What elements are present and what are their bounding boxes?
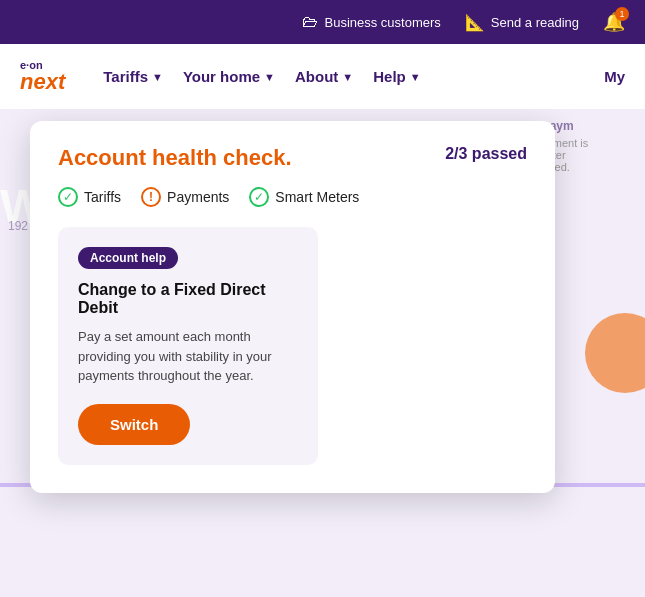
check-smart-meters: ✓ Smart Meters bbox=[249, 187, 359, 207]
nav-my[interactable]: My bbox=[604, 68, 625, 85]
meter-icon: 📐 bbox=[465, 13, 485, 32]
nav-your-home[interactable]: Your home ▼ bbox=[177, 64, 281, 89]
chevron-down-icon: ▼ bbox=[264, 71, 275, 83]
check-items-row: ✓ Tariffs ! Payments ✓ Smart Meters bbox=[58, 187, 527, 207]
nav-about[interactable]: About ▼ bbox=[289, 64, 359, 89]
nav-help[interactable]: Help ▼ bbox=[367, 64, 426, 89]
chevron-down-icon: ▼ bbox=[410, 71, 421, 83]
top-bar: 🗁 Business customers 📐 Send a reading 🔔 … bbox=[0, 0, 645, 44]
business-customers-label: Business customers bbox=[324, 15, 440, 30]
modal-title: Account health check. bbox=[58, 145, 292, 171]
account-health-check-modal: Account health check. 2/3 passed ✓ Tarif… bbox=[30, 121, 555, 493]
notification-bell[interactable]: 🔔 1 bbox=[603, 11, 625, 33]
card-description: Pay a set amount each month providing yo… bbox=[78, 327, 298, 386]
send-reading-label: Send a reading bbox=[491, 15, 579, 30]
check-payments: ! Payments bbox=[141, 187, 229, 207]
check-tariffs-label: Tariffs bbox=[84, 189, 121, 205]
switch-button[interactable]: Switch bbox=[78, 404, 190, 445]
check-payments-label: Payments bbox=[167, 189, 229, 205]
modal-header: Account health check. 2/3 passed bbox=[58, 145, 527, 171]
check-pass-icon: ✓ bbox=[58, 187, 78, 207]
check-warning-icon: ! bbox=[141, 187, 161, 207]
logo-next: next bbox=[20, 71, 65, 93]
eon-next-logo[interactable]: e·on next bbox=[20, 60, 65, 93]
check-pass-icon-2: ✓ bbox=[249, 187, 269, 207]
notification-count: 1 bbox=[615, 7, 629, 21]
nav-tariffs[interactable]: Tariffs ▼ bbox=[97, 64, 169, 89]
suggestion-card: Account help Change to a Fixed Direct De… bbox=[58, 227, 318, 465]
check-tariffs: ✓ Tariffs bbox=[58, 187, 121, 207]
card-title: Change to a Fixed Direct Debit bbox=[78, 281, 298, 317]
briefcase-icon: 🗁 bbox=[302, 13, 318, 31]
card-tag: Account help bbox=[78, 247, 178, 269]
check-smart-meters-label: Smart Meters bbox=[275, 189, 359, 205]
send-reading-link[interactable]: 📐 Send a reading bbox=[465, 13, 579, 32]
chevron-down-icon: ▼ bbox=[342, 71, 353, 83]
nav-items: Tariffs ▼ Your home ▼ About ▼ Help ▼ My bbox=[97, 64, 625, 89]
passed-badge: 2/3 passed bbox=[445, 145, 527, 163]
chevron-down-icon: ▼ bbox=[152, 71, 163, 83]
page-background: We 192 G... t paym payment iss afterissu… bbox=[0, 109, 645, 597]
nav-bar: e·on next Tariffs ▼ Your home ▼ About ▼ … bbox=[0, 44, 645, 109]
business-customers-link[interactable]: 🗁 Business customers bbox=[302, 13, 440, 31]
